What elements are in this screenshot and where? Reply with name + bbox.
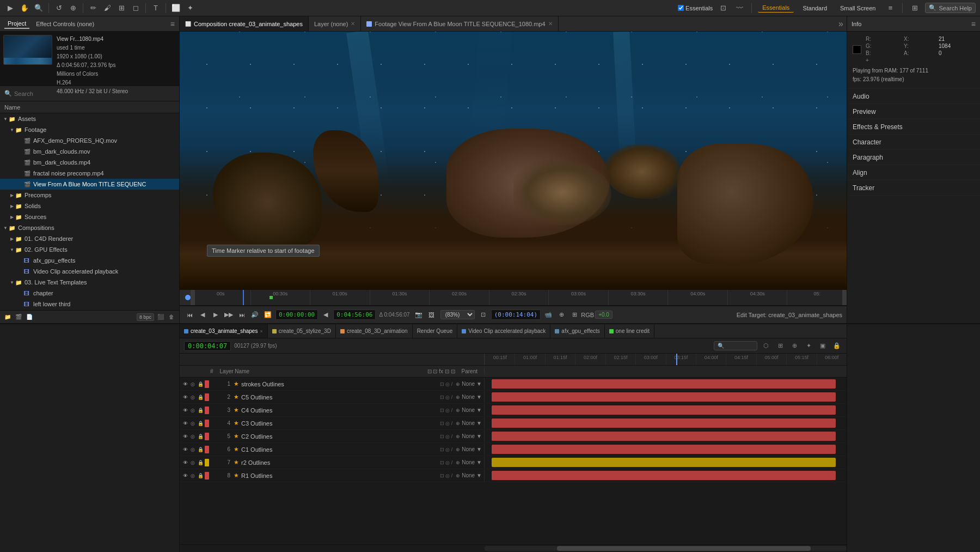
character-section[interactable]: Character: [847, 135, 980, 150]
tree-item-bm-mov[interactable]: 🎬 bm_dark_clouds.mov: [0, 146, 179, 157]
rotate-tool[interactable]: ↺: [53, 2, 65, 14]
prev-frame-btn[interactable]: ◀: [197, 310, 208, 320]
layer-solo-4[interactable]: ◎: [189, 421, 196, 426]
tl-tool-5[interactable]: ▣: [817, 341, 828, 351]
tree-item-sources[interactable]: ▶ 📁 Sources: [0, 211, 179, 222]
comp-tab-close-1[interactable]: ×: [260, 329, 262, 334]
new-item-icon[interactable]: 📄: [25, 313, 34, 322]
loop-btn[interactable]: 🔁: [262, 310, 273, 320]
tree-item-chapter[interactable]: 🎞 chapter: [0, 288, 179, 299]
grid-icon[interactable]: ⊞: [909, 2, 921, 14]
layer-solo-7[interactable]: ◎: [189, 460, 196, 465]
timeline-end-handle[interactable]: [842, 290, 847, 305]
tl-tool-3[interactable]: ⊕: [789, 341, 800, 351]
layer-search[interactable]: [714, 341, 757, 350]
camera-tool[interactable]: ⊕: [67, 2, 79, 14]
workspace-small-screen[interactable]: Small Screen: [836, 4, 880, 13]
search-help-bar[interactable]: 🔍 Search Help: [925, 3, 976, 13]
tree-item-compositions[interactable]: ▼ 📁 Compositions: [0, 222, 179, 233]
layer-star-2[interactable]: ★: [234, 393, 239, 401]
tl-tool-1[interactable]: ⬡: [761, 341, 771, 351]
layer-row-7[interactable]: 👁 ◎ 🔒 7 ★ r2 Outlines ⊡ ◎ / ⊕ None ▼: [180, 456, 847, 469]
timecode-total[interactable]: 0:04:56:06: [333, 310, 376, 320]
tl-tool-6[interactable]: 🔒: [831, 341, 842, 351]
tree-item-gpu-effects[interactable]: ▼ 📁 02. GPU Effects: [0, 244, 179, 255]
layer-vis-5[interactable]: 👁: [182, 434, 188, 439]
tab-footage[interactable]: Footage View From A Blue Moon TITLE SEQU…: [361, 16, 558, 31]
grid-overlay-btn[interactable]: ⊞: [569, 310, 580, 320]
tree-item-solids[interactable]: ▶ 📁 Solids: [0, 201, 179, 211]
tl-tool-4[interactable]: ✦: [803, 341, 814, 351]
layer-star-6[interactable]: ★: [234, 446, 239, 453]
play-btn[interactable]: ▶: [210, 310, 221, 320]
tree-item-c4d[interactable]: ▶ 📁 01. C4D Renderer: [0, 233, 179, 244]
layer-row-1[interactable]: 👁 ◎ 🔒 1 ★ strokes Outlines ⊡ ◎ / ⊕ None …: [180, 378, 847, 391]
layer-row-8[interactable]: 👁 ◎ 🔒 8 ★ R1 Outlines ⊡ ◎ / ⊕ None ▼: [180, 469, 847, 482]
layer-row-2[interactable]: 👁 ◎ 🔒 2 ★ C5 Outlines ⊡ ◎ / ⊕ None ▼: [180, 391, 847, 404]
layer-solo-1[interactable]: ◎: [189, 381, 196, 387]
layer-row-3[interactable]: 👁 ◎ 🔒 3 ★ C4 Outlines ⊡ ◎ / ⊕ None ▼: [180, 404, 847, 417]
delete-icon[interactable]: 🗑: [167, 313, 176, 322]
new-comp-icon[interactable]: 🎬: [14, 313, 23, 322]
layer-lock-1[interactable]: 🔒: [197, 381, 204, 387]
layer-solo-5[interactable]: ◎: [189, 434, 196, 439]
tab-expand-icon[interactable]: »: [835, 16, 847, 31]
tree-item-assets[interactable]: ▼ 📁 Assets: [0, 113, 179, 124]
channel-btn[interactable]: RGB: [582, 310, 593, 320]
comp-tab-create-08[interactable]: create_08_3D_animation: [336, 324, 413, 338]
layer-lock-4[interactable]: 🔒: [197, 421, 204, 426]
tree-item-video-clip[interactable]: 🎞 Video Clip accelerated playback: [0, 266, 179, 277]
layer-lock-8[interactable]: 🔒: [197, 473, 204, 478]
comp-tab-video-clip[interactable]: Video Clip accelerated playback: [457, 324, 550, 338]
layer-solo-8[interactable]: ◎: [189, 473, 196, 478]
tab-layer-close[interactable]: ✕: [351, 21, 355, 27]
layer-star-8[interactable]: ★: [234, 472, 239, 479]
layer-vis-1[interactable]: 👁: [182, 381, 188, 387]
layer-star-5[interactable]: ★: [234, 433, 239, 440]
comp-tab-create-05[interactable]: create_05_stylize_3D: [268, 324, 336, 338]
layer-row-5[interactable]: 👁 ◎ 🔒 5 ★ C2 Outlines ⊡ ◎ / ⊕ None ▼: [180, 430, 847, 443]
clone-tool[interactable]: ⊞: [115, 2, 127, 14]
layer-row-4[interactable]: 👁 ◎ 🔒 4 ★ C3 Outlines ⊡ ◎ / ⊕ None ▼: [180, 417, 847, 430]
comp-tab-render-queue[interactable]: Render Queue: [413, 324, 458, 338]
layer-vis-3[interactable]: 👁: [182, 408, 188, 413]
frame-step-left[interactable]: ◀: [320, 310, 331, 320]
panel-menu-icon[interactable]: ≡: [170, 20, 175, 28]
hand-tool[interactable]: ✋: [19, 2, 30, 14]
timeline-ruler[interactable]: 00s 00:30s 01:00s 01:30s 02:00s 02:30s 0…: [191, 290, 847, 305]
timeline-scrollbar[interactable]: [180, 544, 847, 552]
paint-tool[interactable]: 🖌: [101, 2, 113, 14]
tracker-section[interactable]: Tracker: [847, 180, 980, 196]
tab-comp-create-03[interactable]: ⬜ Composition create_03_animate_shapes: [180, 16, 309, 31]
tree-item-bm-mp4[interactable]: 🎬 bm_dark_clouds.mp4: [0, 157, 179, 168]
audio-btn[interactable]: 🔊: [249, 310, 260, 320]
text-tool[interactable]: T: [150, 2, 162, 14]
layer-lock-3[interactable]: 🔒: [197, 408, 204, 413]
scrollbar-thumb[interactable]: [557, 546, 811, 551]
layer-lock-7[interactable]: 🔒: [197, 460, 204, 465]
color-settings-icon[interactable]: ⬛: [156, 313, 165, 322]
layer-vis-4[interactable]: 👁: [182, 421, 188, 426]
fit-btn[interactable]: ⊡: [478, 310, 489, 320]
eraser-tool[interactable]: ◻: [130, 2, 142, 14]
comp-timecode[interactable]: 0:00:04:07: [184, 341, 231, 351]
layer-star-7[interactable]: ★: [234, 459, 239, 466]
zoom-tool[interactable]: 🔍: [33, 2, 45, 14]
comp-tab-create-03[interactable]: create_03_animate_shapes ×: [180, 324, 268, 338]
tab-footage-close[interactable]: ✕: [548, 21, 553, 27]
layer-row-6[interactable]: 👁 ◎ 🔒 6 ★ C1 Outlines ⊡ ◎ / ⊕ None ▼: [180, 443, 847, 456]
tree-item-precomps[interactable]: ▶ 📁 Precomps: [0, 190, 179, 201]
layer-vis-7[interactable]: 👁: [182, 460, 188, 465]
layer-lock-5[interactable]: 🔒: [197, 434, 204, 439]
pen-tool[interactable]: ✏: [87, 2, 99, 14]
layer-lock-6[interactable]: 🔒: [197, 447, 204, 452]
timeline-start-handle[interactable]: [191, 290, 195, 305]
effects-presets-section[interactable]: Effects & Presets: [847, 119, 980, 135]
effect-controls-tab[interactable]: Effect Controls (none): [33, 20, 97, 28]
info-panel-menu[interactable]: ≡: [971, 20, 976, 28]
selection-tool[interactable]: ▶: [4, 2, 16, 14]
workspace-standard[interactable]: Standard: [798, 4, 831, 13]
play-end-btn[interactable]: ⏭: [236, 310, 247, 320]
tree-item-live-text[interactable]: ▼ 📁 03. Live Text Templates: [0, 277, 179, 288]
layer-star-1[interactable]: ★: [234, 380, 239, 387]
